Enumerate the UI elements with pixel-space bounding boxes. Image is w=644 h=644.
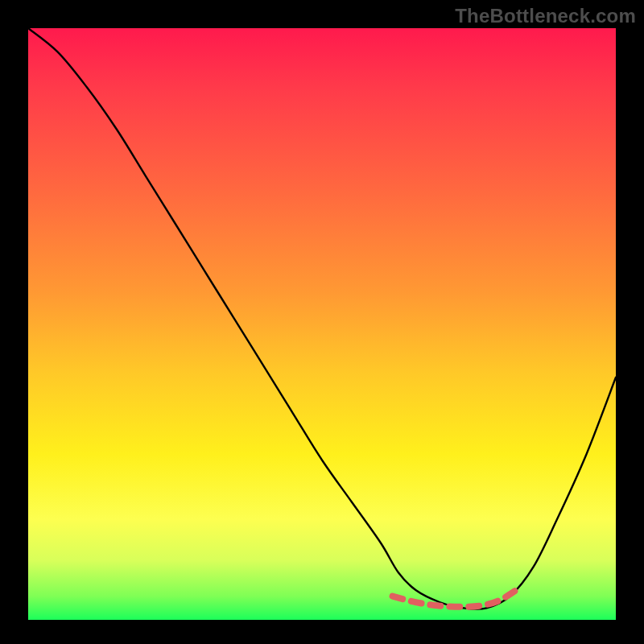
plot-area xyxy=(28,28,616,620)
flat-zone-dash xyxy=(393,590,516,607)
chart-svg xyxy=(28,28,616,620)
watermark-text: TheBottleneck.com xyxy=(455,5,636,27)
bottleneck-curve xyxy=(28,28,616,609)
chart-frame: TheBottleneck.com xyxy=(0,0,644,644)
